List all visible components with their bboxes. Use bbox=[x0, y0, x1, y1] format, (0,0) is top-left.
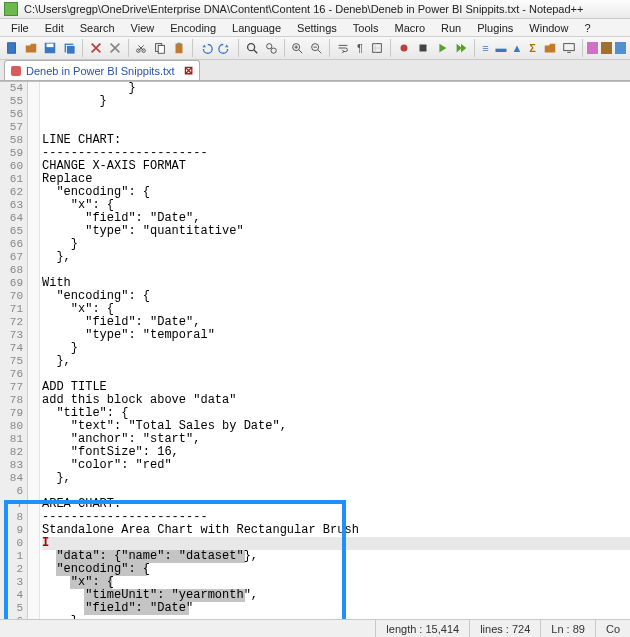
macro-record-icon[interactable] bbox=[396, 39, 412, 57]
svg-rect-3 bbox=[47, 44, 54, 48]
svg-rect-18 bbox=[419, 45, 426, 52]
macro-stop-icon[interactable] bbox=[415, 39, 431, 57]
menu-macro[interactable]: Macro bbox=[387, 20, 432, 36]
close-icon[interactable] bbox=[88, 39, 104, 57]
svg-rect-11 bbox=[178, 43, 182, 46]
redo-icon[interactable] bbox=[217, 39, 233, 57]
menu-search[interactable]: Search bbox=[73, 20, 122, 36]
menu-edit[interactable]: Edit bbox=[38, 20, 71, 36]
svg-rect-19 bbox=[563, 44, 574, 51]
menu-file[interactable]: File bbox=[4, 20, 36, 36]
macro-play-icon[interactable] bbox=[434, 39, 450, 57]
tab-label: Deneb in Power BI Snippits.txt bbox=[26, 65, 175, 77]
status-ln: Ln : 89 bbox=[540, 620, 595, 637]
undo-icon[interactable] bbox=[198, 39, 214, 57]
menu-view[interactable]: View bbox=[124, 20, 162, 36]
find-icon[interactable] bbox=[244, 39, 260, 57]
cut-icon[interactable] bbox=[133, 39, 149, 57]
menu-plugins[interactable]: Plugins bbox=[470, 20, 520, 36]
monitor-icon[interactable] bbox=[561, 39, 577, 57]
svg-point-12 bbox=[247, 44, 254, 51]
plugin-3-icon[interactable] bbox=[615, 42, 626, 54]
open-file-icon[interactable] bbox=[23, 39, 39, 57]
window-title: C:\Users\gregp\OneDrive\Enterprise DNA\C… bbox=[24, 3, 583, 15]
fold-column bbox=[28, 82, 40, 619]
save-all-icon[interactable] bbox=[61, 39, 77, 57]
paste-icon[interactable] bbox=[171, 39, 187, 57]
status-bar: length : 15,414 lines : 724 Ln : 89 Co bbox=[0, 619, 630, 637]
svg-rect-0 bbox=[8, 43, 16, 54]
close-all-icon[interactable] bbox=[107, 39, 123, 57]
menu-encoding[interactable]: Encoding bbox=[163, 20, 223, 36]
svg-point-17 bbox=[400, 45, 407, 52]
editor-tab[interactable]: Deneb in Power BI Snippits.txt ⊠ bbox=[4, 60, 200, 80]
zoom-out-icon[interactable] bbox=[308, 39, 324, 57]
menu-window[interactable]: Window bbox=[522, 20, 575, 36]
menu-bar: FileEditSearchViewEncodingLanguageSettin… bbox=[0, 19, 630, 37]
status-lines: lines : 724 bbox=[469, 620, 540, 637]
menu-tools[interactable]: Tools bbox=[346, 20, 386, 36]
editor[interactable]: 5455565758596061626364656667686970717273… bbox=[0, 81, 630, 619]
show-all-chars-icon[interactable]: ¶ bbox=[354, 39, 366, 57]
toolbar: ¶ ≡ ▬ ▲ Σ bbox=[0, 37, 630, 60]
copy-icon[interactable] bbox=[152, 39, 168, 57]
tab-bar: Deneb in Power BI Snippits.txt ⊠ bbox=[0, 60, 630, 81]
title-bar: C:\Users\gregp\OneDrive\Enterprise DNA\C… bbox=[0, 0, 630, 19]
toggle-3-icon[interactable]: ▲ bbox=[511, 39, 524, 57]
status-col: Co bbox=[595, 620, 630, 637]
plugin-2-icon[interactable] bbox=[601, 42, 612, 54]
menu-run[interactable]: Run bbox=[434, 20, 468, 36]
save-icon[interactable] bbox=[42, 39, 58, 57]
menu-[interactable]: ? bbox=[577, 20, 597, 36]
toggle-1-icon[interactable]: ≡ bbox=[479, 39, 491, 57]
indent-guide-icon[interactable] bbox=[369, 39, 385, 57]
svg-rect-9 bbox=[159, 46, 165, 54]
svg-point-14 bbox=[271, 48, 276, 53]
folder-icon[interactable] bbox=[542, 39, 558, 57]
app-icon bbox=[4, 2, 18, 16]
plugin-1-icon[interactable] bbox=[587, 42, 598, 54]
line-number-gutter: 5455565758596061626364656667686970717273… bbox=[0, 82, 28, 619]
new-file-icon[interactable] bbox=[4, 39, 20, 57]
toggle-2-icon[interactable]: ▬ bbox=[495, 39, 508, 57]
code-area[interactable]: } }LINE CHART:-----------------------CHA… bbox=[40, 82, 630, 619]
status-length: length : 15,414 bbox=[375, 620, 469, 637]
menu-settings[interactable]: Settings bbox=[290, 20, 344, 36]
tab-file-icon bbox=[11, 66, 21, 76]
svg-rect-5 bbox=[66, 46, 75, 55]
macro-play-multi-icon[interactable] bbox=[453, 39, 469, 57]
svg-point-13 bbox=[266, 44, 271, 49]
func-list-icon[interactable]: Σ bbox=[526, 39, 538, 57]
replace-icon[interactable] bbox=[263, 39, 279, 57]
menu-language[interactable]: Language bbox=[225, 20, 288, 36]
zoom-in-icon[interactable] bbox=[289, 39, 305, 57]
status-file-type bbox=[0, 620, 375, 637]
tab-close-icon[interactable]: ⊠ bbox=[184, 64, 193, 77]
wordwrap-icon[interactable] bbox=[335, 39, 351, 57]
